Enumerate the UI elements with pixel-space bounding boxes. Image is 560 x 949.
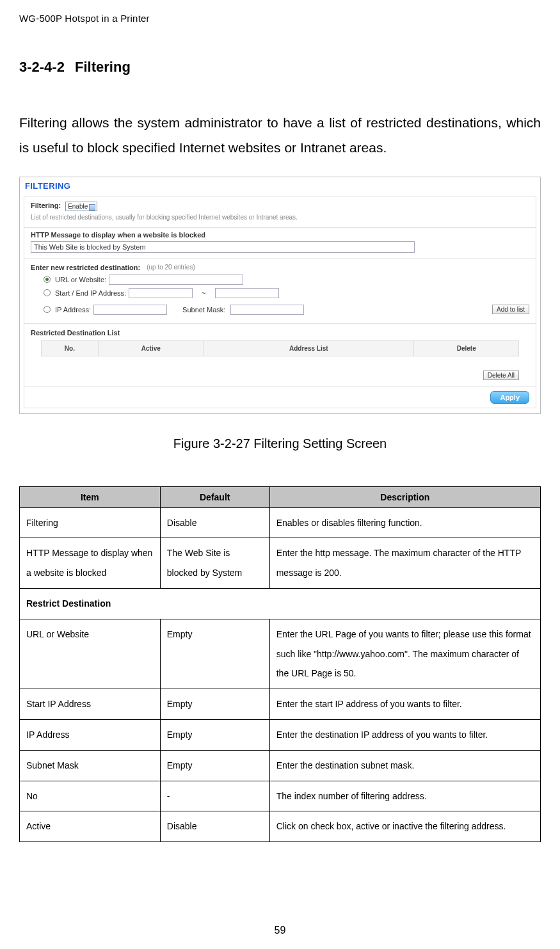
new-dest-title: Enter new restricted destination: [31, 264, 140, 271]
url-label: URL or Website: [55, 276, 106, 283]
ip-input[interactable] [93, 305, 167, 315]
table-row: Active Disable Click on check box, activ… [20, 811, 541, 842]
restricted-list-table: No. Active Address List Delete [41, 340, 520, 356]
table-row-section: Restrict Destination [20, 589, 541, 619]
intro-paragraph: Filtering allows the system administrato… [19, 111, 541, 161]
table-row: Filtering Disable Enables or disables fi… [20, 507, 541, 538]
section-heading: 3-2-4-2 Filtering [19, 59, 541, 76]
col-delete: Delete [414, 340, 519, 356]
page-header: WG-500P Hotspot in a Printer [19, 13, 541, 24]
range-sep: ~ [195, 289, 212, 297]
table-row: Start IP Address Empty Enter the start I… [20, 689, 541, 720]
figure-filtering-screen: FILTERING Filtering: Enable List of rest… [19, 177, 541, 414]
filtering-select[interactable]: Enable [65, 202, 97, 211]
parameters-table: Item Default Description Filtering Disab… [19, 486, 541, 843]
subnet-input[interactable] [230, 305, 304, 315]
figure-header: FILTERING [20, 177, 540, 193]
table-row: Subnet Mask Empty Enter the destination … [20, 750, 541, 781]
startend-radio[interactable] [44, 289, 51, 296]
ip-radio[interactable] [44, 306, 51, 313]
table-row: HTTP Message to display when a website i… [20, 538, 541, 589]
section-title: Filtering [75, 59, 131, 75]
restricted-list-title: Restricted Destination List [31, 329, 527, 337]
http-msg-title: HTTP Message to display when a website i… [24, 228, 536, 241]
th-default: Default [160, 486, 269, 507]
section-number: 3-2-4-2 [19, 59, 65, 75]
url-radio[interactable] [44, 276, 51, 283]
table-row: URL or Website Empty Enter the URL Page … [20, 619, 541, 689]
th-item: Item [20, 486, 161, 507]
th-desc: Description [269, 486, 540, 507]
col-address: Address List [204, 340, 414, 356]
table-row: IP Address Empty Enter the destination I… [20, 720, 541, 751]
http-msg-input[interactable] [31, 241, 415, 253]
end-ip-input[interactable] [215, 288, 279, 298]
filtering-desc: List of restricted destinations, usually… [31, 211, 529, 226]
start-ip-input[interactable] [129, 288, 193, 298]
ip-label: IP Address: [55, 306, 91, 314]
filtering-label: Filtering: [31, 202, 61, 209]
figure-caption: Figure 3-2-27 Filtering Setting Screen [19, 436, 541, 451]
col-no: No. [41, 340, 99, 356]
new-dest-hint: (up to 20 entries) [147, 264, 195, 271]
apply-button[interactable]: Apply [490, 391, 529, 404]
subnet-label: Subnet Mask: [170, 306, 228, 314]
delete-all-button[interactable]: Delete All [483, 371, 519, 380]
add-to-list-button[interactable]: Add to list [492, 305, 529, 314]
table-row: No - The index number of filtering addre… [20, 781, 541, 811]
page-number: 59 [0, 925, 560, 936]
startend-label: Start / End IP Address: [55, 289, 126, 297]
col-active: Active [99, 340, 204, 356]
url-input[interactable] [109, 275, 243, 285]
